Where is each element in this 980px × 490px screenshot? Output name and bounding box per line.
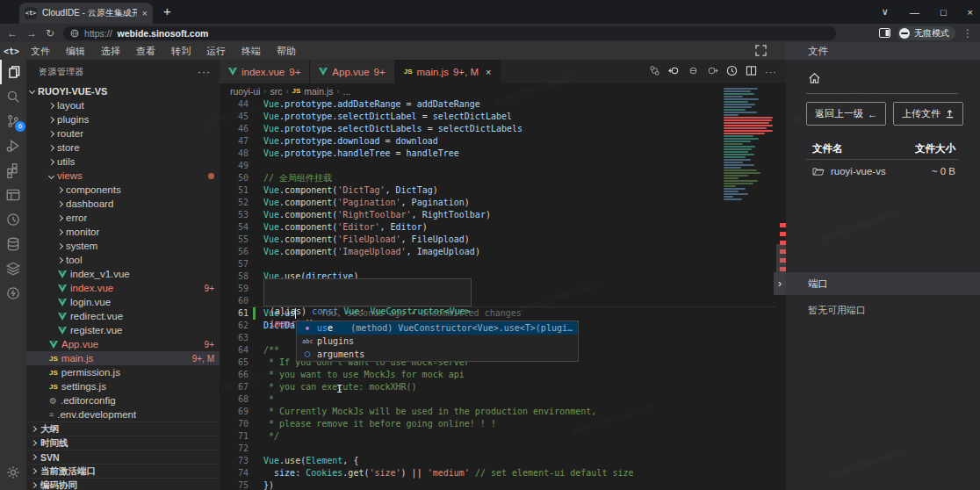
autocomplete-popup[interactable]: ◆use(method) VueConstructor<Vue>.use<T>(… — [296, 321, 579, 362]
preview-layout-icon[interactable] — [0, 183, 26, 207]
code-line-51[interactable]: 51Vue.component('DictTag', DictTag) — [220, 184, 786, 197]
source-control-icon[interactable]: 6 — [0, 109, 26, 133]
tree-item-.editorconfig[interactable]: ⚙.editorconfig — [26, 393, 220, 407]
tree-item-tool[interactable]: tool — [26, 253, 220, 267]
tree-item-store[interactable]: store — [26, 141, 220, 155]
filename-column-header[interactable]: 文件名 — [812, 142, 843, 155]
explorer-more-actions-icon[interactable]: ··· — [198, 66, 211, 78]
code-line-45[interactable]: 45Vue.prototype.selectDictLabel = select… — [220, 111, 786, 123]
pane-SVN[interactable]: SVN — [26, 450, 220, 464]
timeline-clock-icon[interactable] — [0, 207, 26, 232]
filesize-column-header[interactable]: 文件大小 — [915, 142, 955, 155]
code-line-44[interactable]: 44Vue.prototype.addDateRange = addDateRa… — [220, 98, 786, 111]
search-icon[interactable] — [0, 84, 26, 109]
tree-item-settings.js[interactable]: JSsettings.js — [26, 379, 220, 393]
zap-icon[interactable] — [0, 281, 26, 306]
pane-当前激活端口[interactable]: 当前激活端口 — [26, 464, 220, 478]
editor-scrollbar[interactable] — [776, 244, 786, 272]
more-actions-icon[interactable]: ··· — [765, 67, 777, 77]
breadcrumb[interactable]: ruoyi-ui› src› JS main.js› ... — [220, 83, 786, 98]
kebab-menu-icon[interactable]: ⋮ — [962, 28, 973, 39]
crumb-project[interactable]: ruoyi-ui — [230, 86, 260, 97]
back-icon[interactable]: ← — [7, 28, 18, 39]
tab-close-icon[interactable]: × — [142, 8, 148, 18]
suggest-item-use[interactable]: ◆use(method) VueConstructor<Vue>.use<T>(… — [297, 321, 578, 335]
tree-item-system[interactable]: system — [26, 239, 220, 253]
ports-section-header[interactable]: 端口 — [786, 272, 980, 295]
fullscreen-icon[interactable] — [755, 45, 767, 58]
tree-item-App.vue[interactable]: App.vue9+ — [26, 337, 220, 351]
compare-changes-icon[interactable] — [649, 64, 660, 80]
tree-item-dashboard[interactable]: dashboard — [26, 197, 220, 211]
pane-大纲[interactable]: 大纲 — [26, 422, 220, 436]
code-line-49[interactable]: 49 — [220, 160, 786, 172]
new-tab-button[interactable]: + — [163, 4, 171, 18]
editor-tab-index.vue[interactable]: index.vue9+ — [220, 60, 310, 83]
code-line-46[interactable]: 46Vue.prototype.selectDictLabels = selec… — [220, 123, 786, 135]
tree-item-index_v1.vue[interactable]: index_v1.vue — [26, 267, 220, 281]
code-line-50[interactable]: 50// 全局组件挂载 — [220, 172, 786, 184]
tree-item-components[interactable]: components — [26, 183, 220, 197]
cloudide-logo-icon[interactable]: <t> — [0, 47, 23, 56]
maximize-icon[interactable]: □ — [940, 7, 947, 18]
file-list-row[interactable]: ruoyi-vue-vs ~ 0 B — [812, 166, 955, 177]
pane-编码协同[interactable]: 编码协同 — [26, 478, 220, 490]
crumb-folder[interactable]: src — [270, 86, 282, 97]
code-line-70[interactable]: 70 * please remove it before going onlin… — [220, 418, 786, 430]
menu-运行[interactable]: 运行 — [198, 46, 234, 56]
tree-item-views[interactable]: views — [26, 169, 220, 183]
menu-帮助[interactable]: 帮助 — [269, 46, 304, 56]
tab-close-icon[interactable]: × — [486, 67, 491, 77]
run-timer-icon[interactable] — [726, 64, 738, 80]
back-parent-button[interactable]: 返回上一级← — [806, 102, 886, 126]
tree-item-error[interactable]: error — [26, 211, 220, 225]
reload-icon[interactable]: ↻ — [46, 28, 54, 39]
editor-tab-App.vue[interactable]: App.vue9+ — [310, 60, 394, 83]
tree-item-register.vue[interactable]: register.vue — [26, 323, 220, 337]
suggest-item-plugins[interactable]: abcplugins — [297, 335, 578, 348]
tree-item-layout[interactable]: layout — [26, 98, 220, 112]
code-line-69[interactable]: 69 * Currently MockJs will be used in th… — [220, 406, 786, 418]
tree-item-router[interactable]: router — [26, 126, 220, 141]
database-icon[interactable] — [0, 232, 26, 256]
code-line-47[interactable]: 47Vue.prototype.download = download — [220, 135, 786, 148]
code-line-73[interactable]: 73Vue.use(Element, { — [220, 455, 786, 467]
minimize-icon[interactable]: — — [910, 7, 919, 18]
panel-expand-handle[interactable]: › — [774, 272, 786, 295]
menu-选择[interactable]: 选择 — [93, 46, 128, 56]
pane-时间线[interactable]: 时间线 — [26, 436, 220, 450]
tree-item-monitor[interactable]: monitor — [26, 225, 220, 239]
home-icon[interactable] — [808, 72, 821, 88]
run-debug-icon[interactable] — [0, 133, 26, 158]
code-line-68[interactable]: 68 * — [220, 393, 786, 406]
tree-item-index.vue[interactable]: index.vue9+ — [26, 281, 220, 295]
explorer-icon[interactable] — [0, 60, 26, 84]
extensions-icon[interactable] — [0, 158, 26, 183]
tree-item-permission.js[interactable]: JSpermission.js — [26, 365, 220, 379]
navigate-back-icon[interactable] — [668, 64, 680, 80]
code-line-55[interactable]: 55Vue.component('FileUpload', FileUpload… — [220, 234, 786, 246]
close-icon[interactable]: × — [968, 7, 973, 18]
suggest-item-arguments[interactable]: ⬡arguments — [297, 348, 578, 361]
menu-转到[interactable]: 转到 — [163, 46, 198, 56]
incognito-badge[interactable]: 无痕模式 — [897, 26, 955, 40]
tree-item-redirect.vue[interactable]: redirect.vue — [26, 309, 220, 323]
code-line-52[interactable]: 52Vue.component('Pagination', Pagination… — [220, 197, 786, 209]
forward-icon[interactable]: → — [26, 28, 37, 39]
address-bar[interactable]: https://webide.sinosoft.com — [63, 26, 836, 40]
settings-gear-icon[interactable] — [0, 460, 26, 485]
layers-icon[interactable] — [0, 256, 26, 281]
menu-文件[interactable]: 文件 — [23, 46, 58, 56]
navigate-forward-icon[interactable] — [707, 64, 718, 80]
code-line-66[interactable]: 66 * you want to use MockJs for mock api — [220, 369, 786, 381]
tree-item-plugins[interactable]: plugins — [26, 112, 220, 126]
explorer-root[interactable]: RUOYI-VUE-VS — [26, 83, 220, 98]
code-line-57[interactable]: 57 — [220, 258, 786, 270]
browser-tab[interactable]: <t> CloudIDE - 云原生集成开发环境 × — [19, 3, 153, 24]
crumb-file[interactable]: main.js — [304, 86, 333, 97]
crumb-more[interactable]: ... — [343, 86, 351, 97]
tree-item-main.js[interactable]: JSmain.js9+, M — [26, 351, 220, 365]
menu-终端[interactable]: 终端 — [234, 46, 269, 56]
code-line-67[interactable]: 67 * you can execute: mockXHR() — [220, 381, 786, 393]
navigate-previous-icon[interactable] — [688, 64, 699, 80]
